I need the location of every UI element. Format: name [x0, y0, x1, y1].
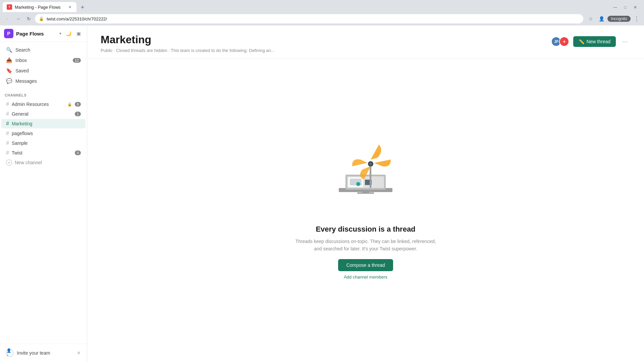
search-icon: 🔍 [6, 47, 12, 53]
back-button[interactable]: ← [3, 14, 12, 23]
channels-section: Channels # Admin Resources 🔒 8 # General… [0, 89, 87, 344]
channel-label: Sample [12, 140, 81, 146]
hash-icon: # [6, 140, 9, 146]
channel-title: Marketing [101, 34, 275, 46]
channel-item-twist[interactable]: # Twist 4 [1, 148, 86, 158]
sidebar-item-messages-label: Messages [15, 78, 81, 84]
toolbar-right: ☆ 👤 Incognito ⋮ [586, 14, 641, 23]
workspace-name: Page Flows [16, 31, 57, 37]
hash-icon: # [6, 101, 9, 107]
svg-rect-11 [370, 166, 371, 188]
sidebar-item-search[interactable]: 🔍 Search [1, 45, 86, 55]
browser-toolbar: ← → ↻ 🔒 twist.com/a/225310/ch/702222/ ☆ … [0, 12, 644, 25]
compose-thread-button[interactable]: Compose a thread [338, 259, 393, 271]
sidebar-item-search-label: Search [15, 47, 81, 53]
inbox-icon: 📥 [6, 57, 12, 63]
workspace-header: P Page Flows ▾ 🌙 ▣ [0, 25, 87, 42]
workspace-icon: P [4, 29, 13, 38]
channel-label: Marketing [12, 121, 81, 126]
channel-label: pageflows [12, 131, 81, 136]
avatar-add-member[interactable]: + [559, 37, 569, 47]
invite-label: Invite your team [17, 350, 73, 356]
incognito-label: Incognito [611, 16, 627, 21]
workspace-actions: 🌙 ▣ [64, 29, 83, 38]
close-window-button[interactable]: ✕ [631, 3, 640, 12]
new-channel-label: New channel [15, 160, 42, 165]
saved-icon: 🔖 [6, 68, 12, 74]
sidebar-item-messages[interactable]: 💬 Messages [1, 76, 86, 86]
app-container: P Page Flows ▾ 🌙 ▣ 🔍 Search 📥 Inbox 12 🔖… [0, 25, 644, 362]
secure-icon: 🔒 [39, 16, 44, 21]
edit-icon: ✏️ [579, 39, 584, 44]
channel-header: Marketing Public · Closed threads are hi… [87, 25, 644, 59]
sidebar-item-inbox[interactable]: 📥 Inbox 12 [1, 55, 86, 65]
tab-favicon: T [7, 4, 12, 10]
channels-header: Channels [0, 92, 87, 99]
restore-button[interactable]: □ [621, 3, 630, 12]
channel-badge: 1 [75, 112, 81, 116]
channel-label: Admin Resources [12, 102, 64, 107]
channel-badge: 4 [75, 150, 81, 155]
more-options-button[interactable]: ··· [620, 36, 631, 47]
main-content: Marketing Public · Closed threads are hi… [87, 25, 644, 362]
empty-state-description: Threads keep discussions on-topic. They … [295, 238, 436, 253]
invite-close-button[interactable]: ✕ [77, 350, 81, 356]
new-thread-button[interactable]: ✏️ New thread [573, 36, 616, 47]
svg-point-10 [369, 163, 372, 165]
channel-title-section: Marketing Public · Closed threads are hi… [101, 34, 275, 53]
minimize-button[interactable]: — [610, 3, 620, 12]
inbox-badge: 12 [73, 58, 81, 63]
browser-chrome: T Marketing - Page Flows ✕ + — □ ✕ ← → ↻… [0, 0, 644, 25]
channel-item-sample[interactable]: # Sample [1, 138, 86, 148]
invite-team-item[interactable]: 👤+ Invite your team ✕ [3, 347, 84, 359]
new-tab-button[interactable]: + [78, 3, 87, 12]
new-channel-plus-icon: + [6, 160, 12, 166]
chrome-menu-button[interactable]: ⋮ [632, 14, 641, 23]
lock-icon: 🔒 [67, 102, 72, 107]
svg-rect-8 [357, 192, 374, 194]
new-thread-label: New thread [586, 39, 610, 44]
new-channel-item[interactable]: + New channel [1, 158, 86, 167]
dark-mode-button[interactable]: 🌙 [64, 29, 73, 38]
channel-label: General [12, 111, 72, 117]
sidebar-item-saved[interactable]: 🔖 Saved [1, 66, 86, 76]
sidebar-navigation: 🔍 Search 📥 Inbox 12 🔖 Saved 💬 Messages [0, 42, 87, 89]
sidebar-footer: 👤+ Invite your team ✕ [0, 344, 87, 362]
channel-item-marketing[interactable]: # Marketing [1, 119, 86, 128]
empty-state-heading: Every discussion is a thread [295, 225, 436, 234]
forward-button[interactable]: → [13, 14, 23, 23]
workspace-chevron-icon[interactable]: ▾ [59, 31, 61, 36]
add-channel-members-link[interactable]: Add channel members [295, 275, 436, 280]
messages-icon: 💬 [6, 78, 12, 84]
tab-title: Marketing - Page Flows [15, 5, 64, 10]
channel-content: Every discussion is a thread Threads kee… [87, 59, 644, 362]
hash-icon: # [6, 121, 9, 127]
svg-point-6 [356, 182, 360, 186]
hash-icon: # [6, 111, 9, 117]
bookmark-button[interactable]: ☆ [586, 14, 595, 23]
invite-icon: 👤+ [6, 349, 13, 357]
user-account-button[interactable]: 👤 [597, 14, 606, 23]
empty-state-illustration [329, 141, 402, 215]
layout-button[interactable]: ▣ [74, 29, 83, 38]
ellipsis-icon: ··· [622, 38, 628, 45]
tab-close-button[interactable]: ✕ [67, 4, 72, 10]
channel-badge: 8 [75, 102, 81, 107]
empty-state-cta: Every discussion is a thread Threads kee… [295, 225, 436, 280]
sidebar: P Page Flows ▾ 🌙 ▣ 🔍 Search 📥 Inbox 12 🔖… [0, 25, 87, 362]
sidebar-item-saved-label: Saved [15, 68, 81, 73]
address-bar[interactable]: 🔒 twist.com/a/225310/ch/702222/ [35, 14, 583, 23]
active-tab[interactable]: T Marketing - Page Flows ✕ [3, 2, 76, 12]
address-text: twist.com/a/225310/ch/702222/ [47, 16, 107, 21]
channel-header-right: JP + ✏️ New thread ··· [551, 36, 631, 47]
refresh-button[interactable]: ↻ [24, 14, 34, 23]
sidebar-item-inbox-label: Inbox [15, 58, 69, 63]
channel-item-pageflows[interactable]: # pageflows [1, 129, 86, 138]
hash-icon: # [6, 130, 9, 136]
channel-item-admin-resources[interactable]: # Admin Resources 🔒 8 [1, 100, 86, 109]
channel-label: Twist [12, 150, 72, 156]
tab-bar: T Marketing - Page Flows ✕ + — □ ✕ [0, 0, 644, 12]
hash-icon: # [6, 150, 9, 156]
incognito-indicator: Incognito [607, 16, 631, 22]
channel-item-general[interactable]: # General 1 [1, 109, 86, 119]
